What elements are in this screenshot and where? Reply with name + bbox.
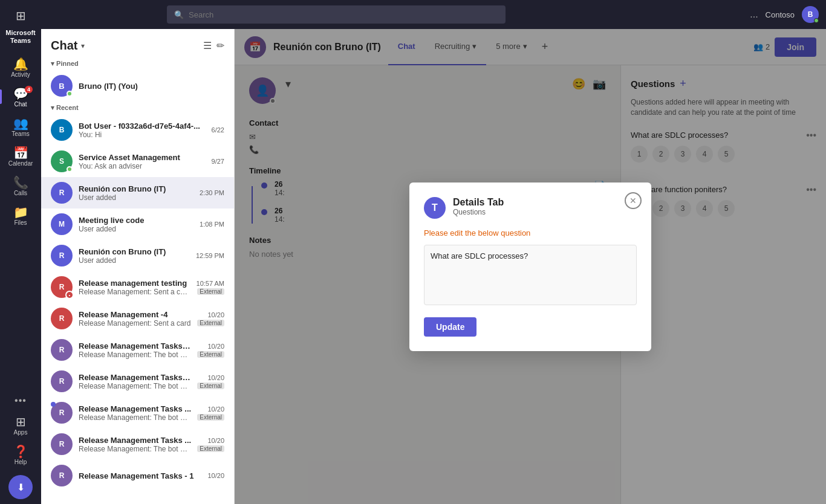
filter-icon[interactable]: ☰ [203, 40, 212, 51]
chat-info: Release management testing Release Manag… [79, 279, 190, 296]
chat-name: Bot User - f0332a6d-d7e5-4af4-... [79, 121, 206, 131]
list-item[interactable]: R Release Management Tasks ... Release M… [41, 428, 234, 460]
chat-preview: You: Hi [79, 131, 206, 139]
nav-sidebar: ⊞ Microsoft Teams 🔔 Activity 💬 Chat 4 👥 … [0, 0, 41, 504]
sidebar-item-apps[interactable]: ⊞ Apps [0, 411, 41, 438]
chat-meta: 10/20External [197, 311, 224, 326]
chat-panel: Chat ▾ ☰ ✏ ▾ Pinned B Bruno (IT) (You) ▾… [41, 29, 235, 504]
sidebar-item-chat[interactable]: 💬 Chat 4 [0, 83, 41, 110]
chat-preview: User added [79, 193, 193, 202]
modal-title: Details Tab [453, 197, 637, 208]
avatar: R [51, 433, 73, 455]
chat-preview: Release Management: The bot enco... [79, 382, 191, 390]
org-name: Contoso [766, 10, 795, 19]
user-avatar[interactable]: B [802, 6, 819, 23]
help-icon: ❓ [13, 445, 28, 457]
compose-icon[interactable]: ✏ [216, 40, 224, 51]
chat-name: Service Asset Management [79, 153, 206, 162]
chat-meta: 2:30 PM [200, 189, 224, 196]
chat-item-pinned-bruno[interactable]: B Bruno (IT) (You) [41, 70, 234, 102]
modal-question-input[interactable]: What are SDLC processes? [424, 245, 637, 305]
chat-name: Reunión con Bruno (IT) [79, 247, 190, 256]
chat-info: Release Management Tasks ... Release Man… [79, 404, 191, 422]
modal-instruction: Please edit the below question [424, 228, 637, 237]
avatar: R [51, 182, 73, 204]
external-badge: External [197, 351, 224, 358]
chat-badge: 4 [25, 86, 33, 93]
settings-dots[interactable]: ... [750, 9, 758, 20]
avatar-badge: • [65, 291, 74, 299]
modal-overlay[interactable]: T Details Tab Questions ✕ Please edit th… [235, 29, 826, 504]
avatar: R [51, 370, 73, 392]
chat-name: Release Management Tasks ... [79, 436, 191, 445]
modal-close-button[interactable]: ✕ [625, 192, 642, 209]
chat-meta: 10/20External [197, 405, 224, 421]
user-initials: B [808, 10, 813, 19]
list-item[interactable]: R Release Management -4 Release Manageme… [41, 303, 234, 334]
main-wrapper: Chat ▾ ☰ ✏ ▾ Pinned B Bruno (IT) (You) ▾… [41, 29, 826, 504]
chat-meta: 10:57 AMExternal [197, 280, 224, 295]
chat-preview: Release Management: The bot enc... [79, 445, 191, 453]
files-label: Files [14, 219, 27, 226]
avatar-initials: B [59, 82, 64, 91]
modal-icon: T [424, 197, 446, 219]
avatar-container: R [51, 465, 73, 486]
chat-preview: User added [79, 225, 193, 233]
avatar-container: R [51, 339, 73, 361]
calendar-label: Calendar [8, 160, 33, 167]
avatar: R [51, 339, 73, 361]
sidebar-item-calls[interactable]: 📞 Calls [0, 172, 41, 199]
external-badge: External [197, 288, 224, 295]
sidebar-item-teams[interactable]: 👥 Teams [0, 112, 41, 140]
more-icon: ••• [15, 395, 27, 406]
chat-meta: 10/20 [207, 472, 224, 479]
list-item[interactable]: R Release Management Tasks ... Release M… [41, 397, 234, 428]
activity-label: Activity [11, 71, 30, 78]
search-input[interactable] [189, 10, 498, 19]
apps-icon: ⊞ [16, 416, 26, 428]
activity-icon: 🔔 [13, 58, 28, 70]
avatar: B [51, 75, 73, 97]
chat-name: Meeting live code [79, 216, 193, 225]
recent-section-label: ▾ Recent [41, 102, 234, 114]
list-item[interactable]: R • Release management testing Release M… [41, 271, 234, 303]
list-item[interactable]: R Reunión con Bruno (IT) User added 12:5… [41, 240, 234, 271]
avatar-status [67, 166, 73, 172]
sidebar-item-help[interactable]: ❓ Help [0, 441, 41, 468]
sidebar-item-files[interactable]: 📁 Files [0, 201, 41, 228]
chat-info: Release Management Tasks - 1 Release Man… [79, 373, 191, 390]
chat-name: Bruno (IT) (You) [79, 82, 224, 91]
files-icon: 📁 [13, 206, 28, 218]
list-item[interactable]: R Release Management Tasks - 1 Release M… [41, 334, 234, 366]
avatar: M [51, 213, 73, 235]
chat-meta: 10/20External [197, 374, 224, 389]
download-button[interactable]: ⬇ [8, 475, 33, 499]
external-badge: External [197, 383, 224, 389]
list-item[interactable]: M Meeting live code User added 1:08 PM [41, 208, 234, 240]
sidebar-item-calendar[interactable]: 📅 Calendar [0, 142, 41, 169]
sidebar-more[interactable]: ••• [0, 390, 41, 409]
search-bar[interactable]: 🔍 [167, 5, 506, 24]
modal-subtitle: Questions [453, 208, 637, 216]
modal-update-button[interactable]: Update [424, 317, 476, 337]
avatar-container: R [51, 402, 73, 424]
list-item-reunion-active[interactable]: R Reunión con Bruno (IT) User added 2:30… [41, 177, 234, 208]
list-item[interactable]: R Release Management Tasks - 1 10/20 [41, 460, 234, 491]
waffle-menu[interactable]: ⊞ [0, 5, 41, 24]
list-item[interactable]: S Service Asset Management You: Ask an a… [41, 146, 234, 177]
chat-chevron-icon[interactable]: ▾ [81, 42, 85, 50]
chat-preview: User added [79, 256, 190, 265]
teams-icon: 👥 [13, 117, 28, 129]
chat-meta: 10/20External [197, 343, 224, 358]
list-item[interactable]: R Release Management Tasks - 1 Release M… [41, 366, 234, 397]
chat-name: Release Management Tasks - 1 [79, 471, 201, 480]
chat-info: Bruno (IT) (You) [79, 82, 224, 91]
avatar-container: R [51, 370, 73, 392]
chat-meta: 9/27 [212, 158, 224, 165]
avatar: R [51, 308, 73, 329]
sidebar-item-activity[interactable]: 🔔 Activity [0, 53, 41, 80]
list-item[interactable]: B Bot User - f0332a6d-d7e5-4af4-... You:… [41, 114, 234, 146]
chat-info: Meeting live code User added [79, 216, 193, 233]
chat-name: Release Management Tasks - 1 [79, 373, 191, 382]
chat-name: Release Management Tasks - 1 [79, 341, 191, 351]
